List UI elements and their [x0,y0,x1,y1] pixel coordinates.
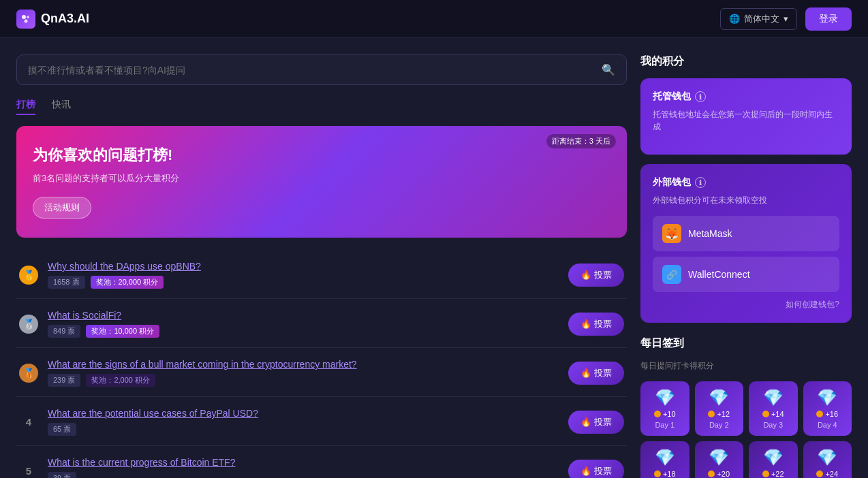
tab-leaderboard[interactable]: 打榜 [16,99,35,115]
tab-news[interactable]: 快讯 [52,99,71,115]
checkin-day-4[interactable]: 💎 +16 Day 4 [803,381,852,436]
checkin-day-2[interactable]: 💎 +12 Day 2 [695,381,744,436]
checkin-reward-1: +10 [645,410,685,418]
checkin-reward-3: +14 [753,410,794,418]
daily-checkin-section: 每日签到 每日提问打卡得积分 💎 +10 Day 1 💎 +12 [640,336,852,478]
vote-button-1[interactable]: 🔥 投票 [568,264,624,287]
banner: 距离结束：3 天后 为你喜欢的问题打榜! 前3名问题的支持者可以瓜分大量积分 活… [16,126,627,238]
rank-number-4: 4 [19,416,38,428]
banner-rules-button[interactable]: 活动规则 [33,197,91,219]
checkin-day-3[interactable]: 💎 +14 Day 3 [749,381,798,436]
metamask-option[interactable]: 🦊 MetaMask [653,216,839,251]
metamask-label: MetaMask [688,228,732,239]
create-wallet-link[interactable]: 如何创建钱包? [653,299,839,310]
globe-icon: 🌐 [729,14,740,24]
left-panel: 🔍 打榜 快讯 距离结束：3 天后 为你喜欢的问题打榜! 前3名问题的支持者可以… [16,54,627,478]
coin-dot [708,411,715,417]
language-button[interactable]: 🌐 简体中文 ▾ [720,8,797,30]
checkin-icon-6: 💎 [699,448,740,467]
vote-button-5[interactable]: 🔥 投票 [568,460,624,479]
search-icon[interactable]: 🔍 [602,63,615,76]
login-button[interactable]: 登录 [805,7,852,31]
tag-reward: 奖池：20,000 积分 [91,276,164,289]
checkin-day-7[interactable]: 💎 +22 Day 7 [749,441,798,478]
checkin-icon-5: 💎 [645,448,685,467]
question-tags: 65 票 [48,423,559,436]
daily-checkin-subtitle: 每日提问打卡得积分 [640,360,852,372]
checkin-day-8[interactable]: 💎 +24 Day 8 [803,441,852,478]
tag-votes: 1658 票 [48,276,85,289]
info-icon[interactable]: ℹ [695,91,706,102]
coin-dot [654,471,661,477]
logo-icon [16,10,35,29]
external-wallet-card: 外部钱包 ℹ 外部钱包积分可在未来领取空投 🦊 MetaMask 🔗 Walle… [640,164,852,323]
checkin-icon-1: 💎 [645,388,685,407]
rank-medal-1: 🥇 [19,266,38,285]
logo: QnA3.AI [16,10,89,29]
panel-title: 我的积分 [640,54,852,69]
question-content: Why should the DApps use opBNB? 1658 票 奖… [48,261,559,289]
checkin-reward-7: +22 [753,470,794,478]
question-title[interactable]: What are the potential use cases of PayP… [48,408,559,419]
checkin-day-5[interactable]: 💎 +18 Day 5 [640,441,689,478]
vote-button-4[interactable]: 🔥 投票 [568,411,624,434]
tag-votes: 849 票 [48,325,80,338]
walletconnect-logo: 🔗 [662,265,681,284]
question-title[interactable]: What is SocialFi? [48,310,559,321]
search-box: 🔍 [16,54,627,85]
checkin-reward-5: +18 [645,470,685,478]
coin-dot [708,471,715,477]
external-wallet-title: 外部钱包 ℹ [653,176,839,189]
header: QnA3.AI 🌐 简体中文 ▾ 登录 [0,0,868,38]
checkin-reward-8: +24 [807,470,848,478]
main-container: 🔍 打榜 快讯 距离结束：3 天后 为你喜欢的问题打榜! 前3名问题的支持者可以… [0,38,868,478]
checkin-grid: 💎 +10 Day 1 💎 +12 Day 2 💎 [640,381,852,478]
search-input[interactable] [28,65,595,76]
banner-subtitle: 前3名问题的支持者可以瓜分大量积分 [33,172,610,185]
walletconnect-option[interactable]: 🔗 WalletConnect [653,257,839,292]
logo-text: QnA3.AI [41,12,89,26]
table-row: 🥉 What are the signs of a bull market co… [16,349,627,397]
svg-point-2 [25,19,28,22]
checkin-icon-3: 💎 [753,388,794,407]
banner-countdown: 距离结束：3 天后 [546,134,616,148]
question-list: 🥇 Why should the DApps use opBNB? 1658 票… [16,251,627,478]
table-row: 5 What is the current progress of Bitcoi… [16,447,627,478]
external-wallet-desc: 外部钱包积分可在未来领取空投 [653,194,839,206]
custodial-wallet-desc: 托管钱包地址会在您第一次提问后的一段时间内生成 [653,108,839,133]
checkin-reward-6: +20 [699,470,740,478]
svg-point-0 [22,15,26,19]
checkin-icon-7: 💎 [753,448,794,467]
coin-dot [762,411,769,417]
walletconnect-label: WalletConnect [688,269,750,280]
tag-reward: 奖池：10,000 积分 [86,325,159,338]
checkin-day-label-1: Day 1 [645,421,685,429]
tag-votes: 65 票 [48,423,76,436]
vote-button-2[interactable]: 🔥 投票 [568,313,624,336]
coin-dot [816,471,823,477]
right-panel: 我的积分 托管钱包 ℹ 托管钱包地址会在您第一次提问后的一段时间内生成 外部钱包… [640,54,852,478]
header-right: 🌐 简体中文 ▾ 登录 [720,7,852,31]
vote-button-3[interactable]: 🔥 投票 [568,362,624,385]
custodial-wallet-card: 托管钱包 ℹ 托管钱包地址会在您第一次提问后的一段时间内生成 [640,78,852,155]
question-title[interactable]: What are the signs of a bull market comi… [48,359,559,370]
question-title[interactable]: What is the current progress of Bitcoin … [48,457,559,468]
checkin-day-1[interactable]: 💎 +10 Day 1 [640,381,689,436]
rank-number-5: 5 [19,465,38,477]
external-info-icon[interactable]: ℹ [695,177,706,188]
coin-dot [762,471,769,477]
question-content: What is the current progress of Bitcoin … [48,457,559,478]
checkin-day-label-2: Day 2 [699,421,740,429]
checkin-day-6[interactable]: 💎 +20 Day 6 [695,441,744,478]
daily-checkin-title: 每日签到 [640,336,852,351]
chevron-down-icon: ▾ [784,14,788,24]
checkin-day-label-4: Day 4 [807,421,848,429]
rank-medal-3: 🥉 [19,364,38,383]
coin-dot [654,411,661,417]
question-title[interactable]: Why should the DApps use opBNB? [48,261,559,272]
rank-medal-2: 🥈 [19,315,38,334]
checkin-icon-2: 💎 [699,388,740,407]
table-row: 🥈 What is SocialFi? 849 票 奖池：10,000 积分 🔥… [16,300,627,348]
metamask-logo: 🦊 [662,224,681,243]
question-content: What are the signs of a bull market comi… [48,359,559,387]
